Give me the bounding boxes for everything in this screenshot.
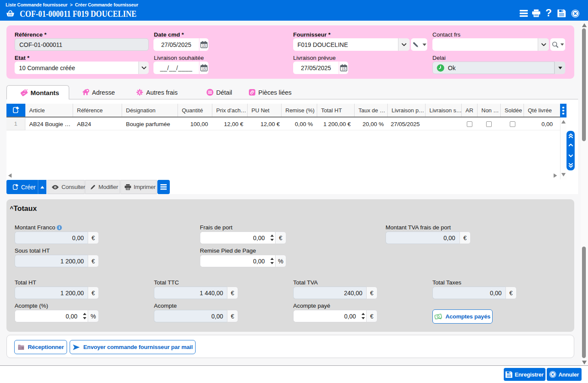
svg-text:€: €	[138, 90, 141, 95]
svg-text:15: 15	[202, 67, 206, 71]
svg-text:i: i	[59, 225, 60, 230]
svg-text:15: 15	[342, 67, 346, 71]
svg-text:15: 15	[202, 43, 206, 48]
